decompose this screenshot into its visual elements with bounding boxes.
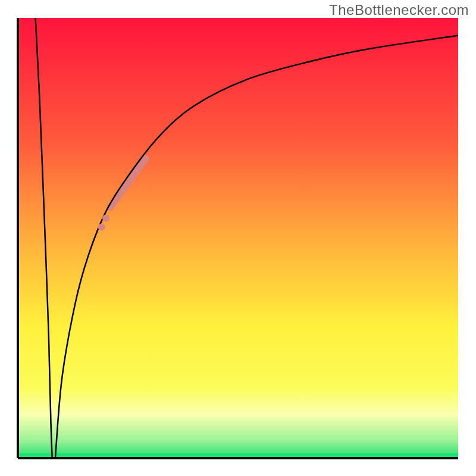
- chart-svg: [0, 0, 476, 476]
- bottleneck-chart: TheBottlenecker.com: [0, 0, 476, 476]
- annotation-highlight-lower-0: [102, 215, 109, 222]
- plot-background: [18, 18, 458, 458]
- annotation-highlight-lower-1: [98, 224, 105, 231]
- watermark-text: TheBottlenecker.com: [329, 2, 469, 18]
